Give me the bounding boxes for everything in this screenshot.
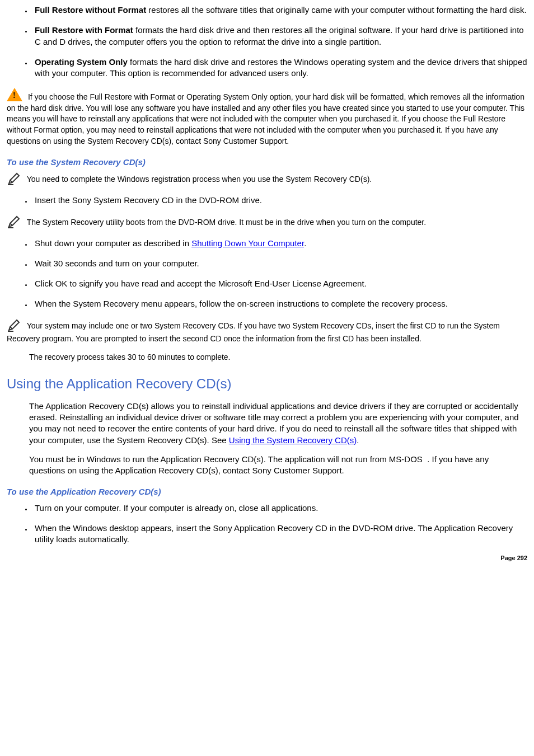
option-title: Full Restore without Format bbox=[35, 5, 146, 15]
list-item: Operating System Only formats the hard d… bbox=[32, 57, 527, 79]
heading-application-recovery: Using the Application Recovery CD(s) bbox=[7, 375, 527, 393]
step-list-2: Shut down your computer as described in … bbox=[7, 238, 527, 310]
note-block: You need to complete the Windows registr… bbox=[7, 172, 527, 187]
warning-block: If you choose the Full Restore with Form… bbox=[7, 88, 527, 147]
list-item: Full Restore without Format restores all… bbox=[32, 4, 527, 16]
list-item: Insert the Sony System Recovery CD in th… bbox=[32, 195, 527, 206]
para-text-post: . bbox=[357, 435, 359, 445]
page-number: Page 292 bbox=[7, 554, 527, 562]
pencil-note-icon bbox=[7, 319, 22, 332]
note-text: The System Recovery utility boots from t… bbox=[25, 217, 426, 226]
step-list: Insert the Sony System Recovery CD in th… bbox=[7, 195, 527, 206]
note-block: Your system may include one or two Syste… bbox=[7, 319, 527, 344]
subheading-application-recovery: To use the Application Recovery CD(s) bbox=[7, 486, 527, 497]
time-note: The recovery process takes 30 to 60 minu… bbox=[7, 352, 527, 363]
option-title: Operating System Only bbox=[35, 57, 128, 67]
option-text: restores all the software titles that or… bbox=[146, 5, 526, 15]
list-item: When the Windows desktop appears, insert… bbox=[32, 523, 527, 546]
app-recovery-paragraph-2: You must be in Windows to run the Applic… bbox=[7, 454, 527, 477]
warning-text: If you choose the Full Restore with Form… bbox=[7, 92, 524, 145]
list-item: Click OK to signify you have read and ac… bbox=[32, 278, 527, 289]
pencil-note-icon bbox=[7, 215, 22, 229]
system-recovery-link[interactable]: Using the System Recovery CD(s) bbox=[229, 435, 357, 445]
note-text: Your system may include one or two Syste… bbox=[7, 321, 500, 342]
warning-icon bbox=[7, 88, 22, 101]
shutdown-link[interactable]: Shutting Down Your Computer bbox=[191, 238, 304, 248]
recovery-options-list: Full Restore without Format restores all… bbox=[7, 4, 527, 79]
step-text-pre: Shut down your computer as described in bbox=[35, 238, 191, 248]
step-text-post: . bbox=[304, 238, 306, 248]
pencil-note-icon bbox=[7, 172, 22, 186]
list-item: Full Restore with Format formats the har… bbox=[32, 25, 527, 48]
option-title: Full Restore with Format bbox=[35, 25, 133, 35]
note-block: The System Recovery utility boots from t… bbox=[7, 215, 527, 230]
list-item: When the System Recovery menu appears, f… bbox=[32, 298, 527, 309]
app-recovery-paragraph-1: The Application Recovery CD(s) allows yo… bbox=[7, 401, 527, 446]
list-item: Wait 30 seconds and turn on your compute… bbox=[32, 258, 527, 269]
list-item: Turn on your computer. If your computer … bbox=[32, 503, 527, 514]
note-text: You need to complete the Windows registr… bbox=[25, 175, 372, 184]
list-item: Shut down your computer as described in … bbox=[32, 238, 527, 249]
app-step-list: Turn on your computer. If your computer … bbox=[7, 503, 527, 546]
subheading-system-recovery: To use the System Recovery CD(s) bbox=[7, 157, 527, 168]
